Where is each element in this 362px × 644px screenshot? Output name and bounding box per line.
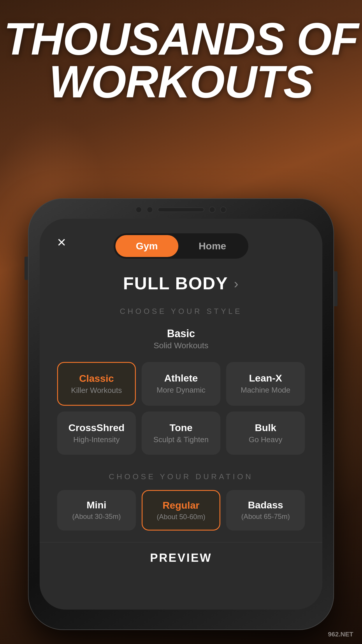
home-toggle-button[interactable]: Home (178, 235, 247, 257)
regular-subtitle: (About 50-60m) (147, 513, 215, 521)
bulk-title: Bulk (233, 422, 298, 433)
choose-duration-label: CHOOSE YOUR DURATION (40, 463, 322, 490)
basic-title: Basic (40, 328, 322, 340)
gym-toggle-button[interactable]: Gym (115, 235, 178, 257)
regular-duration-card[interactable]: Regular (About 50-60m) (142, 490, 220, 531)
badass-subtitle: (About 65-75m) (231, 512, 300, 521)
athlete-style-card[interactable]: Athlete More Dynamic (142, 362, 220, 406)
leanx-title: Lean-X (233, 372, 298, 384)
tone-title: Tone (148, 422, 214, 433)
location-toggle: Gym Home (114, 233, 248, 259)
crossshred-subtitle: High-Intensity (64, 435, 129, 444)
phone-notch (136, 206, 226, 213)
tone-subtitle: Sculpt & Tighten (148, 435, 214, 444)
screen-content: × Gym Home FULL BODY › CHOOSE YOUR STYLE… (40, 219, 322, 610)
choose-style-label: CHOOSE YOUR STYLE (40, 295, 322, 325)
bulk-subtitle: Go Heavy (233, 435, 298, 444)
athlete-title: Athlete (148, 372, 214, 384)
camera-dot-middle (147, 206, 153, 213)
watermark: 962.NET (328, 631, 353, 638)
tone-style-card[interactable]: Tone Sculpt & Tighten (142, 412, 220, 455)
classic-title: Classic (64, 373, 129, 384)
style-grid: Classic Killer Workouts Athlete More Dyn… (40, 359, 322, 463)
crossshred-style-card[interactable]: CrossShred High-Intensity (57, 412, 136, 455)
leanx-subtitle: Machine Mode (233, 386, 298, 395)
nav-bar: × Gym Home (40, 219, 322, 267)
mini-duration-card[interactable]: Mini (About 30-35m) (57, 490, 136, 531)
phone-screen: × Gym Home FULL BODY › CHOOSE YOUR STYLE… (40, 219, 322, 610)
chevron-right-icon: › (234, 276, 239, 291)
classic-style-card[interactable]: Classic Killer Workouts (57, 362, 136, 406)
camera-dot-far-right (220, 206, 226, 213)
badass-duration-card[interactable]: Badass (About 65-75m) (226, 490, 305, 531)
camera-dot-right (209, 206, 215, 213)
athlete-subtitle: More Dynamic (148, 386, 214, 395)
close-button[interactable]: × (57, 233, 66, 251)
side-button-right (334, 271, 338, 306)
basic-subtitle: Solid Workouts (40, 341, 322, 350)
side-button-left (24, 257, 28, 280)
bulk-style-card[interactable]: Bulk Go Heavy (226, 412, 305, 455)
camera-dot-left (136, 206, 142, 213)
crossshred-title: CrossShred (64, 422, 129, 433)
hero-title: THOUSANDS OF WORKOUTS (0, 18, 362, 104)
mini-title: Mini (62, 499, 131, 511)
duration-grid: Mini (About 30-35m) Regular (About 50-60… (40, 490, 322, 539)
classic-subtitle: Killer Workouts (64, 386, 129, 395)
mini-subtitle: (About 30-35m) (62, 512, 131, 521)
phone-outer-shell: × Gym Home FULL BODY › CHOOSE YOUR STYLE… (28, 198, 334, 630)
badass-title: Badass (231, 499, 300, 511)
regular-title: Regular (147, 500, 215, 511)
phone-mockup: × Gym Home FULL BODY › CHOOSE YOUR STYLE… (28, 198, 334, 630)
basic-style-option[interactable]: Basic Solid Workouts (40, 325, 322, 359)
section-title[interactable]: FULL BODY › (40, 267, 322, 295)
hero-section: THOUSANDS OF WORKOUTS (0, 18, 362, 104)
speaker-bar (158, 207, 204, 212)
leanx-style-card[interactable]: Lean-X Machine Mode (226, 362, 305, 406)
preview-bar[interactable]: PREVIEW (40, 542, 322, 570)
